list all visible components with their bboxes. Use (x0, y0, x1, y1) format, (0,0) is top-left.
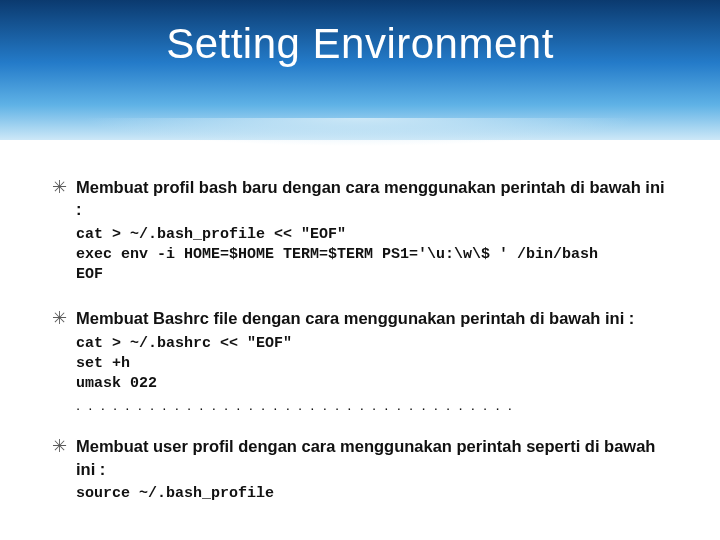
bullet-lead: Membuat user profil dengan cara mengguna… (76, 435, 668, 480)
bullet-item: ✳ Membuat Bashrc file dengan cara menggu… (52, 307, 668, 413)
bullet-item: ✳ Membuat user profil dengan cara menggu… (52, 435, 668, 504)
asterisk-icon: ✳ (52, 176, 76, 285)
bullet-body: Membuat user profil dengan cara mengguna… (76, 435, 668, 504)
code-block: cat > ~/.bash_profile << "EOF" exec env … (76, 225, 668, 286)
asterisk-icon: ✳ (52, 435, 76, 504)
bullet-lead: Membuat Bashrc file dengan cara mengguna… (76, 307, 668, 329)
ellipsis-line: . . . . . . . . . . . . . . . . . . . . … (76, 396, 668, 413)
slide-title: Setting Environment (0, 0, 720, 68)
asterisk-icon: ✳ (52, 307, 76, 413)
slide-header: Setting Environment (0, 0, 720, 140)
bullet-lead: Membuat profil bash baru dengan cara men… (76, 176, 668, 221)
bullet-item: ✳ Membuat profil bash baru dengan cara m… (52, 176, 668, 285)
slide-content: ✳ Membuat profil bash baru dengan cara m… (0, 140, 720, 536)
code-block: source ~/.bash_profile (76, 484, 668, 504)
bullet-body: Membuat profil bash baru dengan cara men… (76, 176, 668, 285)
bullet-body: Membuat Bashrc file dengan cara mengguna… (76, 307, 668, 413)
code-block: cat > ~/.bashrc << "EOF" set +h umask 02… (76, 334, 668, 395)
